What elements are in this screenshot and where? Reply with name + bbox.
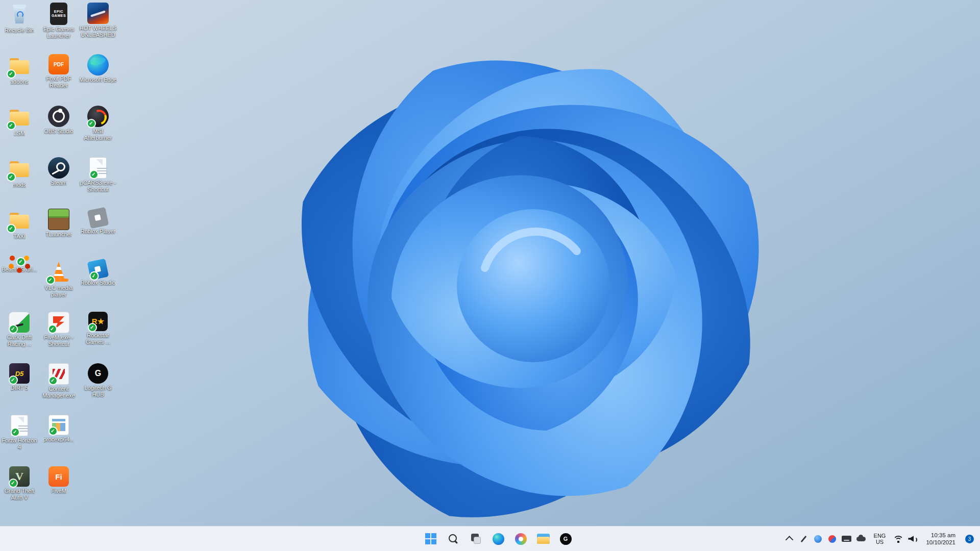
tray-date: 10/10/2021 bbox=[926, 539, 955, 546]
doc-icon bbox=[11, 415, 28, 436]
file-explorer-button[interactable] bbox=[533, 529, 553, 549]
epic-icon: EPIC GAMES bbox=[50, 3, 67, 25]
desktop-icon-label: Content Manager.exe bbox=[39, 386, 78, 399]
desktop-icon-dirt-5[interactable]: D5DIRT 5 bbox=[0, 362, 39, 413]
desktop-icon-msi-afterburner[interactable]: MSI Afterburner bbox=[79, 104, 117, 155]
wifi-icon bbox=[893, 535, 903, 543]
language-line1: ENG bbox=[874, 533, 886, 539]
desktop-icon-label: Logitech G HUB bbox=[79, 385, 117, 398]
touch-keyboard-button[interactable] bbox=[840, 529, 854, 549]
network-button[interactable] bbox=[891, 529, 905, 549]
desktop-icon-label: Foxit PDF Reader bbox=[39, 76, 78, 89]
clock-button[interactable]: 10:35 am 10/10/2021 bbox=[921, 529, 961, 549]
language-switcher[interactable]: ENG US bbox=[869, 529, 891, 549]
task-view-button[interactable] bbox=[465, 529, 486, 549]
desktop-icon-fivem[interactable]: FiFiveM bbox=[39, 465, 78, 516]
recycle-icon bbox=[7, 3, 32, 26]
photos-button[interactable] bbox=[510, 529, 531, 549]
folder-icon bbox=[7, 106, 32, 129]
edge-icon bbox=[87, 54, 109, 76]
desktop-icon-vlc-media-player[interactable]: VLC media player bbox=[39, 259, 78, 310]
desktop-icon-recycle-bin[interactable]: Recycle Bin bbox=[0, 1, 39, 52]
desktop-icon-obs-studio[interactable]: OBS Studio bbox=[39, 104, 78, 155]
sync-check-icon bbox=[48, 376, 58, 385]
desktop-icon-label: pCARS3.exe - Shortcut bbox=[79, 180, 117, 193]
desktop-icon-tlauncher[interactable]: TLauncher bbox=[39, 207, 78, 258]
sync-check-icon bbox=[7, 121, 16, 130]
desktop-icon-label: BeamNG.dri... bbox=[2, 266, 37, 273]
hotwheels-icon bbox=[87, 3, 109, 24]
sync-check-icon bbox=[7, 69, 16, 79]
desktop-icon-beamng-drive[interactable]: BeamNG.dri... bbox=[0, 259, 39, 310]
pen-button[interactable] bbox=[797, 529, 811, 549]
start-icon bbox=[425, 533, 436, 544]
folder-icon bbox=[7, 157, 32, 181]
procexp-icon bbox=[48, 415, 69, 435]
desktop-icon-addons[interactable]: addons bbox=[0, 53, 39, 104]
volume-button[interactable] bbox=[906, 529, 920, 549]
rockstar-icon: R★ bbox=[88, 312, 108, 331]
ghub-icon: G bbox=[88, 363, 108, 384]
sync-check-icon bbox=[11, 428, 20, 437]
folder-icon bbox=[7, 209, 32, 232]
minecraft-icon bbox=[48, 209, 69, 230]
cloud-app-button[interactable] bbox=[854, 529, 868, 549]
desktop-icon-rockstar-games[interactable]: R★Rockstar Games ... bbox=[79, 310, 117, 361]
rbxstudio-icon bbox=[87, 259, 109, 281]
folder-icon bbox=[7, 54, 32, 78]
desktop-icon-pcars3-shortcut[interactable]: pCARS3.exe - Shortcut bbox=[79, 156, 117, 207]
obs-icon bbox=[48, 106, 69, 127]
desktop-icon-mods[interactable]: mods bbox=[0, 156, 39, 207]
desktop-icon-roblox-player[interactable]: Roblox Player bbox=[79, 207, 117, 258]
blue-app-button[interactable] bbox=[811, 529, 825, 549]
desktop-icon-microsoft-edge[interactable]: Microsoft Edge bbox=[79, 53, 117, 104]
keyboard-icon bbox=[842, 536, 851, 542]
cm-icon bbox=[48, 363, 69, 385]
icon-glyph-text: PDF bbox=[54, 62, 64, 67]
vlc-icon bbox=[46, 260, 71, 284]
tray-time: 10:35 am bbox=[931, 532, 955, 539]
desktop-icon-content-manager[interactable]: Content Manager.exe bbox=[39, 362, 78, 413]
g-hub-button[interactable]: G bbox=[555, 529, 576, 549]
desktop-icon-steam[interactable]: Steam bbox=[39, 156, 78, 207]
desktop-icon-lsm[interactable]: LSM bbox=[0, 104, 39, 155]
edge-button[interactable] bbox=[488, 529, 508, 549]
doc-icon bbox=[89, 157, 107, 179]
sync-check-icon bbox=[88, 323, 97, 332]
desktop-icon-label: procexp64... bbox=[43, 436, 75, 443]
desktop-icon-logitech-g-hub[interactable]: GLogitech G HUB bbox=[79, 362, 117, 413]
desktop-icon-label: HOT WHEELS UNLEASHED bbox=[79, 25, 117, 38]
taskview-icon bbox=[470, 533, 482, 545]
desktop-icon-procexp64[interactable]: procexp64... bbox=[39, 413, 78, 464]
desktop-icon-label: OBS Studio bbox=[44, 128, 73, 135]
sync-check-icon bbox=[7, 224, 16, 233]
system-tray: ENG US 10:35 am 10/10/2021 3 bbox=[782, 527, 978, 551]
msi-icon bbox=[87, 106, 109, 127]
hidden-icons-button[interactable] bbox=[782, 529, 797, 549]
desktop-icon-epic-games-launcher[interactable]: EPIC GAMESEpic Games Launcher bbox=[39, 1, 78, 52]
desktop-icon-fivem-exe-shortcut[interactable]: FiveM.exe - Shortcut bbox=[39, 310, 78, 361]
desktop-icon-forza-horizon-4[interactable]: Forza Horizon 4 bbox=[0, 413, 39, 464]
sync-check-icon bbox=[9, 479, 18, 488]
desktop-icon-hot-wheels-unleashed[interactable]: HOT WHEELS UNLEASHED bbox=[79, 1, 117, 52]
photos-icon bbox=[515, 533, 527, 545]
desktop-icon-grand-theft-auto-v[interactable]: VGrand Theft Auto V bbox=[0, 465, 39, 516]
sync-check-icon bbox=[46, 276, 55, 285]
desktop-icon-carx-drift-racing[interactable]: CarX Drift Racing ... bbox=[0, 310, 39, 361]
start-button[interactable] bbox=[421, 529, 441, 549]
desktop-icon-roblox-studio[interactable]: Roblox Studio bbox=[79, 259, 117, 310]
desktop-icon-taxi[interactable]: TAXI bbox=[0, 207, 39, 258]
desktop-icon-label: Grand Theft Auto V bbox=[0, 488, 39, 501]
taskbar: G ENG US 10:35 am 10/10/2021 bbox=[0, 526, 980, 551]
explorer-icon bbox=[537, 534, 550, 544]
recycle-arrows-icon bbox=[17, 11, 23, 18]
desktop-icon-label: Roblox Studio bbox=[81, 280, 116, 286]
desktop-icon-label: FiveM.exe - Shortcut bbox=[39, 334, 78, 347]
color-app-button[interactable] bbox=[825, 529, 840, 549]
notification-center-button[interactable]: 3 bbox=[961, 529, 978, 549]
fivem-icon: Fi bbox=[48, 466, 69, 487]
search-button[interactable] bbox=[443, 529, 463, 549]
desktop-icon-label: Epic Games Launcher bbox=[39, 26, 78, 39]
icon-glyph-text: G bbox=[95, 369, 101, 378]
desktop-icon-foxit-pdf-reader[interactable]: PDFFoxit PDF Reader bbox=[39, 53, 78, 104]
